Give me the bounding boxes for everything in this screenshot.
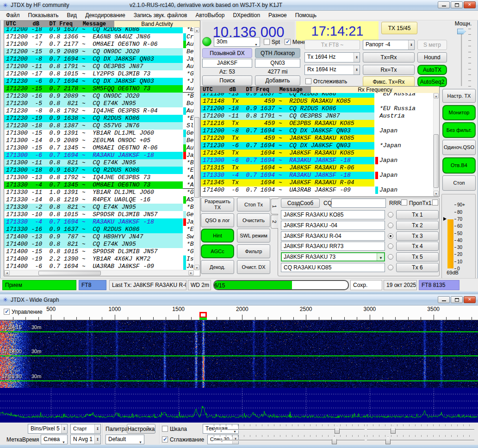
right-button-1[interactable]: Настр. TX (442, 89, 476, 103)
decode-row[interactable]: 171330 -4 0.7 1345 ~ OM8AEI OE6TNO 73*Au… (4, 181, 194, 189)
menu-item[interactable]: DXpedition (229, 11, 264, 19)
tx-select-radio-1[interactable] (388, 212, 393, 218)
wide-graph-titlebar[interactable]: ✳ JTDX - Wide Graph ✕ (0, 294, 478, 305)
decode-row[interactable]: 171315 Tx 1694 ~ JA8KSF RA3AKU R-06 (201, 164, 434, 172)
track-checkbox[interactable] (305, 78, 311, 84)
autoseq-button[interactable]: AutoSeq2 (417, 76, 447, 87)
control-button-1[interactable]: Разрешить TX (201, 198, 234, 212)
decode-row[interactable]: 171230 -16 0.9 2089 ~ CQ ON9DC JO20*Belg… (4, 93, 194, 100)
tx-select-radio-2[interactable] (388, 223, 393, 228)
control-button-10[interactable]: Очист. DX (237, 260, 270, 274)
decode-row[interactable]: 171216 Tx 459 ~ OE3PBS RA3AKU KO85 (201, 120, 434, 127)
rrr-checkbox[interactable] (401, 199, 407, 205)
menu-item[interactable]: Декодирование (81, 11, 130, 19)
timestamp-select[interactable]: Слева (41, 435, 68, 444)
control-button-3[interactable]: QSO в лог (201, 213, 234, 227)
decode-row[interactable]: 171400 -19 2.2 1390 ~ YB1AR 4X6KJ KM72Is… (4, 255, 194, 263)
decode-row[interactable]: 171400 -15 0.8 1015 ~ SP9DSR DL3MIB JN57… (4, 248, 194, 255)
menu-item[interactable]: АвтоВыбор (191, 11, 229, 19)
menu-item[interactable]: Разное (264, 11, 291, 19)
tx-select-radio-5[interactable] (388, 254, 393, 260)
skip-tx1-checkbox[interactable] (432, 199, 438, 205)
control-button-4[interactable]: Очистить (237, 213, 270, 227)
main-titlebar[interactable]: ✳ JTDX by HF community v2.1.0-RUS-rc140,… (0, 0, 478, 11)
right-button-3[interactable]: Без фильт. (442, 122, 476, 138)
menu-item[interactable]: Показывать (24, 11, 63, 19)
decode-row[interactable]: 171200 -7 0.7 2177 ~ OM8AEI OE6TNO R-06A… (4, 41, 194, 48)
tx4-button[interactable]: Tx 4 (396, 242, 439, 251)
decode-row[interactable]: 171200 -18 0.9 1637 ~ CQ R2DUS KO86*EU R… (201, 105, 434, 112)
control-button-8[interactable]: Фильтр (237, 244, 270, 258)
vscroll-thumb[interactable] (434, 134, 439, 188)
decode-row[interactable]: 171300 -11 0.8 821 ~ CQ E74K JN95*Bosnia (4, 159, 194, 167)
dx-call-field[interactable]: JA8KSF (202, 59, 252, 68)
tx-eq-rx-button[interactable]: Tx=Rx (363, 52, 415, 62)
control-button-5[interactable]: Hint (201, 229, 234, 243)
controls-checkbox[interactable] (4, 309, 10, 315)
menu-item[interactable]: Помощь (291, 11, 321, 19)
dx-call-button[interactable]: Позывной DX (202, 48, 252, 58)
lookup-button[interactable]: Поиск (202, 75, 252, 86)
right-button-5[interactable]: Отв.В4 (442, 157, 476, 174)
autotx-button[interactable]: AutoTX (417, 65, 447, 75)
decode-row[interactable]: 171400 -10 0.8 821 ~ CQ E74K JN95*Bosnia (4, 241, 194, 248)
decode-row[interactable]: 171230 -18 0.8 1387 ~ CQ S57VG JN76Slove… (4, 122, 194, 130)
close-button[interactable]: ✕ (464, 296, 476, 303)
wg-slider-2[interactable] (367, 424, 474, 434)
waterfall-canvas[interactable] (0, 320, 478, 388)
tx-period-button[interactable]: TX 15/45 (381, 22, 417, 34)
decode-row[interactable]: 171330 -4 0.7 1694 ~ RA3AKU JA8KSF -18Ja… (4, 218, 194, 226)
right-button-6[interactable]: Стоп (442, 175, 476, 191)
tx-frequency-spinner[interactable]: Tx 1694 Hz (304, 52, 360, 62)
decode-row[interactable]: 171330 -10 0.8 1015 ~ SP9DSR DL3MIB JN57… (4, 211, 194, 218)
start-hz-spinner[interactable]: Старт 100 Hz (70, 424, 101, 434)
chevron-down-icon[interactable] (377, 253, 384, 261)
band-select[interactable]: 30m (214, 37, 260, 47)
tx-message-field[interactable]: CQ RA3AKU KO85 (281, 263, 385, 272)
tx3-button[interactable]: Tx 3 (396, 231, 439, 241)
navg-spinner[interactable]: N Avg 1 (70, 435, 101, 444)
tx1-button[interactable]: Tx 1 (396, 210, 439, 219)
control-button-9[interactable]: Декод. (201, 260, 234, 274)
wg-slider-4[interactable] (367, 435, 474, 444)
decode-row[interactable]: 171200 -11 0.8 1791 ~ CQ OE3PBS JN87Aust… (201, 112, 434, 120)
power-slider[interactable] (456, 27, 474, 88)
decode-row[interactable]: 171200 -11 0.8 1791 ~ CQ OE3PBS JN87Aust… (4, 63, 194, 70)
rx-frequency-vscrollbar[interactable]: ▲ ▼ (433, 93, 439, 196)
frequency-scale[interactable]: 500100015002000250030003500 (0, 305, 478, 320)
tx6-button[interactable]: Tx 6 (396, 263, 439, 272)
minimize-button[interactable] (438, 296, 450, 303)
decode-row[interactable]: 171220 Tx 459 ~ JA8KSF RA3AKU KO85 (201, 135, 434, 142)
menu-checkbox[interactable] (285, 39, 291, 45)
power-slider-handle[interactable] (457, 29, 466, 34)
scale-checkbox[interactable] (162, 426, 168, 432)
minimize-button[interactable] (438, 1, 450, 8)
decode-row[interactable]: 171148 Tx 459 ~ R2DUS RA3AKU KO85 (201, 98, 434, 105)
slider-handle[interactable] (391, 426, 396, 434)
tab-1[interactable]: 1 (271, 199, 278, 214)
tab-2[interactable]: 2 (271, 215, 278, 229)
tx-message-field[interactable]: JA8KSF RA3AKU -04 (281, 221, 385, 230)
decode-row[interactable]: 171330 -4 0.7 1694 ~ RA3AKU JA8KSF -18Ja… (201, 172, 434, 179)
decode-row[interactable]: 171245 Tx 1694 ~ JA8KSF RA3AKU KO85 (201, 149, 434, 157)
decode-row[interactable]: 171330 -2 0.8 821 ~ CQ E74K JN95*Bosnia (4, 204, 194, 211)
wg-slider-1[interactable] (214, 424, 365, 434)
bins-pixel-spinner[interactable]: Bins/Pixel 5 (28, 424, 68, 434)
spectrum-canvas[interactable] (0, 388, 478, 423)
control-button-7[interactable]: AGCc (201, 244, 234, 258)
report-spinner[interactable]: Рапорт -4 (363, 40, 415, 50)
decode-row[interactable]: 171200 -8 0.7 1694 ~ CQ DX JA8KSF QN03Ja… (4, 56, 194, 63)
decode-row[interactable]: 171200 -15 0.9 2089 ~ CQ ON9DC JO20Belgi… (4, 48, 194, 56)
decode-row[interactable]: 171330 -14 0.8 1219 ~ R4PEX UA0LQE -16AS… (4, 196, 194, 204)
decode-row[interactable]: 171130 -13 0.9 1637 ~ CQ R2DUS KO86*EU R… (201, 93, 434, 98)
slider-handle[interactable] (332, 436, 337, 444)
rx-eq-tx-button[interactable]: Rx=Tx (363, 65, 415, 75)
control-button-2[interactable]: Стоп Tx (237, 198, 270, 212)
maximize-button[interactable] (451, 296, 463, 303)
decode-row[interactable]: 171345 Tx 1694 ~ JA8KSF RA3AKU R-04 (201, 179, 434, 187)
decode-row[interactable]: 171300 -15 0.9 1391 ~ YB1AR DL1JML JO60G… (4, 130, 194, 137)
decode-row[interactable]: 171200 -17 0.8 1015 ~ LY2PPS DL3MIB 73*G… (4, 70, 194, 78)
right-button-2[interactable]: Монитор (442, 105, 476, 120)
hound-button[interactable]: Hound (417, 52, 447, 62)
tx-message-field[interactable]: JA8KSF RA3AKU KO85 (281, 210, 385, 219)
